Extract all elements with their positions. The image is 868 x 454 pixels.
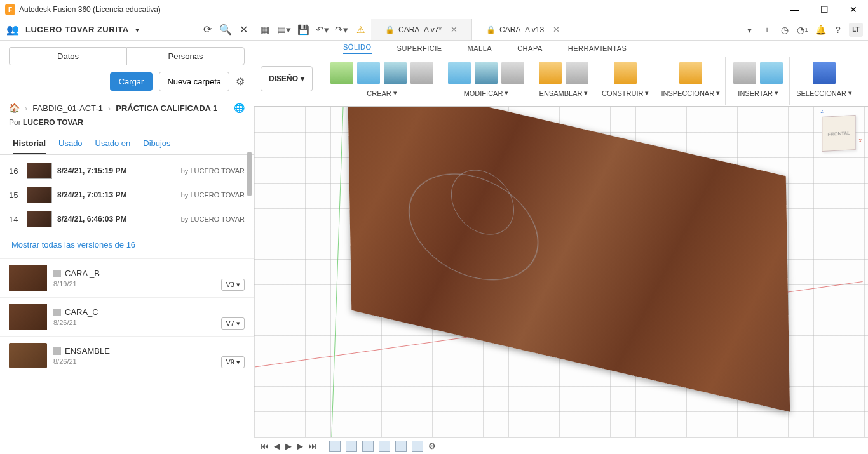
search-icon[interactable]: 🔍 <box>219 23 232 36</box>
group-ensamblar[interactable]: ENSAMBLAR ▾ <box>539 89 588 97</box>
gear-icon[interactable]: ⚙ <box>428 441 436 451</box>
group-seleccionar[interactable]: SELECCIONAR ▾ <box>796 89 852 97</box>
ribbon-tab-solido[interactable]: SÓLIDO <box>343 43 372 54</box>
cube-icon <box>53 270 61 277</box>
save-icon[interactable]: 💾 <box>297 24 309 36</box>
group-insertar[interactable]: INSERTAR ▾ <box>738 89 778 97</box>
tl-start-icon[interactable]: ⏮ <box>261 441 269 451</box>
redo-icon[interactable]: ↷▾ <box>336 24 347 36</box>
add-tab-icon[interactable]: + <box>760 23 774 37</box>
file-tab-label: CARA_A v13 <box>499 25 544 34</box>
user-name[interactable]: LUCERO TOVAR ZURITA <box>25 25 129 34</box>
ribbon-tab-herramientas[interactable]: HERRAMIENTAS <box>568 44 627 52</box>
group-inspeccionar[interactable]: INSPECCIONAR ▾ <box>661 89 720 97</box>
tl-feature[interactable] <box>362 441 374 452</box>
tl-feature[interactable] <box>346 441 357 452</box>
close-tab-icon[interactable]: ✕ <box>451 25 458 34</box>
refresh-icon[interactable]: ⟳ <box>203 23 212 36</box>
group-modificar[interactable]: MODIFICAR ▾ <box>464 89 509 97</box>
viewcube[interactable]: FRONTAL <box>822 115 855 152</box>
version-thumb <box>27 187 52 203</box>
press-icon[interactable] <box>448 62 471 84</box>
notifications-icon[interactable]: 🔔 <box>813 23 827 37</box>
version-badge[interactable]: V7 ▾ <box>221 317 245 330</box>
sketch-icon[interactable] <box>330 62 353 84</box>
version-row[interactable]: 16 8/24/21, 7:15:19 PM by LUCERO TOVAR <box>0 159 254 183</box>
cube-icon <box>53 347 61 355</box>
file-tab-1[interactable]: 🔒 CARA_A v7* ✕ <box>371 19 472 40</box>
undo-icon[interactable]: ↶▾ <box>316 24 328 36</box>
user-avatar[interactable]: LT <box>849 23 863 37</box>
job-status-icon[interactable]: ◔1 <box>796 23 810 37</box>
file-icon[interactable]: ▤▾ <box>278 24 290 36</box>
show-all-versions-link[interactable]: Mostrar todas las versiones de 16 <box>0 235 254 258</box>
ribbon-tab-chapa[interactable]: CHAPA <box>517 44 543 52</box>
warning-icon[interactable]: ⚠ <box>355 24 366 36</box>
tl-feature[interactable] <box>379 441 390 452</box>
nueva-carpeta-button[interactable]: Nueva carpeta <box>159 72 229 91</box>
extensions-icon[interactable]: ◷ <box>778 23 792 37</box>
ribbon-tab-malla[interactable]: MALLA <box>468 44 492 52</box>
select-icon[interactable] <box>813 62 836 84</box>
close-panel-icon[interactable]: ✕ <box>240 23 248 36</box>
file-tab-2[interactable]: 🔒 CARA_A v13 ✕ <box>472 19 574 40</box>
tl-play-icon[interactable]: ▶ <box>285 441 292 451</box>
decal-icon[interactable] <box>760 62 783 84</box>
home-icon[interactable]: 🏠 <box>9 103 20 113</box>
workspace-picker[interactable]: DISEÑO▾ <box>261 66 313 91</box>
globe-icon[interactable]: 🌐 <box>234 103 245 113</box>
version-badge[interactable]: V9 ▾ <box>221 356 245 368</box>
close-tab-icon[interactable]: ✕ <box>553 25 560 34</box>
team-icon[interactable]: 👥 <box>6 23 19 36</box>
canvas-3d[interactable]: zx FRONTAL <box>254 107 868 454</box>
tl-end-icon[interactable]: ⏭ <box>308 441 316 451</box>
chevron-down-icon[interactable]: ▾ <box>135 25 139 34</box>
version-badge[interactable]: V3 ▾ <box>221 279 245 291</box>
tab-usado[interactable]: Usado <box>58 133 83 154</box>
model-board[interactable] <box>348 107 790 412</box>
tl-back-icon[interactable]: ◀ <box>274 441 280 451</box>
file-row[interactable]: CARA _B8/19/21 V3 ▾ <box>0 259 254 298</box>
help-icon[interactable]: ? <box>831 23 845 37</box>
assemble-icon[interactable] <box>539 62 562 84</box>
group-crear[interactable]: CREAR ▾ <box>367 89 397 97</box>
tl-feature[interactable] <box>329 441 341 452</box>
tl-feature[interactable] <box>395 441 407 452</box>
construct-icon[interactable] <box>614 62 637 84</box>
group-construir[interactable]: CONSTRUIR ▾ <box>602 89 649 97</box>
tab-dibujos[interactable]: Dibujos <box>143 133 170 154</box>
tl-feature[interactable] <box>412 441 423 452</box>
file-thumb <box>9 343 47 368</box>
gear-icon[interactable]: ⚙ <box>236 76 245 88</box>
hole-icon[interactable] <box>410 62 433 84</box>
inspect-icon[interactable] <box>679 62 702 84</box>
tl-fwd-icon[interactable]: ▶ <box>297 441 303 451</box>
extrude-icon[interactable] <box>357 62 380 84</box>
version-thumb <box>27 163 52 179</box>
tab-usado-en[interactable]: Usado en <box>95 133 131 154</box>
insert-icon[interactable] <box>733 62 756 84</box>
breadcrumb-item[interactable]: FABDIG_01-ACT-1 <box>32 103 103 113</box>
maximize-button[interactable]: ☐ <box>810 0 839 19</box>
file-thumb <box>9 265 47 291</box>
grid-icon[interactable]: ▦ <box>259 24 271 36</box>
close-button[interactable]: ✕ <box>839 0 868 19</box>
cargar-button[interactable]: Cargar <box>110 72 153 91</box>
version-row[interactable]: 15 8/24/21, 7:01:13 PM by LUCERO TOVAR <box>0 183 254 207</box>
ribbon-tab-superficie[interactable]: SUPERFICIE <box>397 44 442 52</box>
breadcrumb: 🏠 › FABDIG_01-ACT-1 › PRÁCTICA CALIFICAD… <box>0 98 254 118</box>
fillet-icon[interactable] <box>475 62 498 84</box>
file-row[interactable]: ENSAMBLE8/26/21 V9 ▾ <box>0 337 254 375</box>
tab-historial[interactable]: Historial <box>13 133 46 154</box>
tab-datos[interactable]: Datos <box>9 47 126 65</box>
window-title: Autodesk Fusion 360 (Licencia educativa) <box>19 5 161 14</box>
file-row[interactable]: CARA_C8/26/21 V7 ▾ <box>0 298 254 337</box>
version-row[interactable]: 14 8/24/21, 6:46:03 PM by LUCERO TOVAR <box>0 207 254 231</box>
scrollbar-thumb[interactable] <box>247 152 252 196</box>
shell-icon[interactable] <box>501 62 524 84</box>
minimize-button[interactable]: — <box>780 0 810 19</box>
tab-personas[interactable]: Personas <box>126 47 245 65</box>
tab-list-icon[interactable]: ▾ <box>742 23 756 37</box>
revolve-icon[interactable] <box>384 62 407 84</box>
joint-icon[interactable] <box>566 62 588 84</box>
